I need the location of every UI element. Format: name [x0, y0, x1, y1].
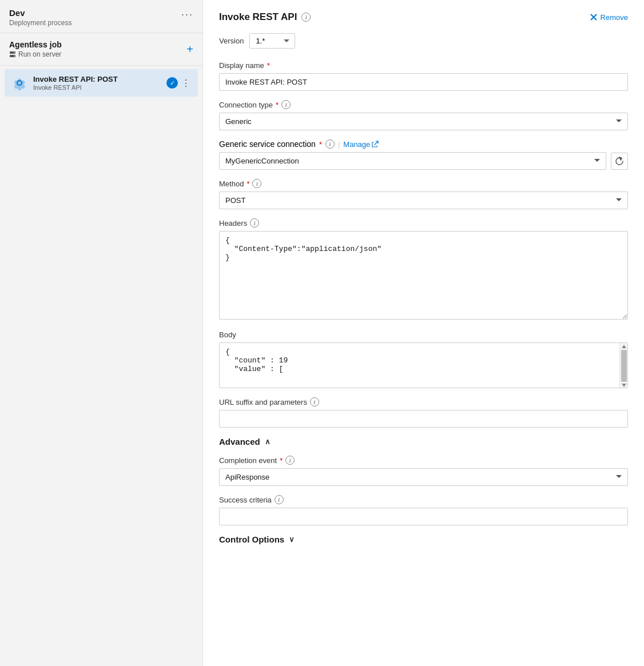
completion-event-select-wrapper: ApiResponse Callback: [219, 468, 628, 486]
method-label: Method * i: [219, 179, 628, 188]
task-name: Invoke REST API: POST: [33, 75, 161, 83]
panel-title: Invoke REST API i: [219, 11, 311, 23]
control-options-chevron-icon: ∨: [289, 535, 295, 544]
completion-event-select[interactable]: ApiResponse Callback: [219, 468, 628, 486]
remove-label: Remove: [601, 13, 628, 22]
manage-link[interactable]: Manage: [343, 140, 379, 149]
connection-type-select-wrapper: Generic Azure Resource Manager: [219, 113, 628, 130]
version-row: Version 1.* 0.*: [219, 33, 628, 49]
body-scrollbar: [619, 343, 627, 388]
title-info-icon[interactable]: i: [301, 13, 311, 22]
url-suffix-section: URL suffix and parameters i: [219, 397, 628, 428]
url-suffix-label: URL suffix and parameters i: [219, 397, 628, 406]
display-name-section: Display name *: [219, 61, 628, 91]
right-panel: Invoke REST API i Remove Version 1.* 0.*…: [203, 0, 644, 666]
body-wrapper: { "count" : 19 "value" : [: [219, 342, 628, 388]
task-actions: ✓ ⋮: [166, 77, 191, 89]
completion-event-required: *: [280, 456, 283, 465]
server-icon: [9, 51, 16, 58]
url-suffix-input[interactable]: [219, 410, 628, 428]
display-name-required: *: [267, 61, 270, 70]
refresh-button[interactable]: [611, 153, 628, 170]
method-select[interactable]: POST GET PUT DELETE PATCH: [219, 192, 628, 209]
control-options-label: Control Options: [219, 535, 284, 544]
version-select[interactable]: 1.* 0.*: [249, 33, 295, 49]
left-header: Dev Deployment process ···: [0, 0, 202, 33]
success-criteria-label: Success criteria i: [219, 495, 628, 504]
task-item[interactable]: Invoke REST API: POST Invoke REST API ✓ …: [5, 69, 198, 97]
success-criteria-info-icon[interactable]: i: [275, 495, 284, 504]
advanced-header[interactable]: Advanced ∧: [219, 437, 628, 446]
connection-type-required: *: [276, 101, 279, 109]
generic-service-select-wrapper: MyGenericConnection: [219, 152, 606, 170]
task-sub: Invoke REST API: [33, 84, 161, 91]
advanced-label: Advanced: [219, 437, 260, 446]
scroll-up-icon: [621, 344, 627, 349]
svg-marker-6: [619, 157, 622, 160]
completion-event-info-icon[interactable]: i: [285, 456, 295, 465]
headers-textarea[interactable]: { "Content-Type":"application/json" }: [219, 231, 628, 320]
method-info-icon[interactable]: i: [252, 179, 261, 188]
generic-service-select[interactable]: MyGenericConnection: [219, 152, 606, 170]
version-select-wrapper: 1.* 0.*: [249, 33, 295, 49]
svg-point-3: [14, 55, 15, 57]
url-suffix-info-icon[interactable]: i: [310, 397, 319, 406]
method-section: Method * i POST GET PUT DELETE PATCH: [219, 179, 628, 209]
agentless-job-subtitle: Run on server: [9, 50, 62, 58]
task-check-icon: ✓: [166, 77, 178, 89]
pipe-separator: |: [338, 140, 340, 149]
headers-section: Headers i { "Content-Type":"application/…: [219, 218, 628, 321]
version-label: Version: [219, 37, 244, 45]
generic-service-required: *: [319, 140, 322, 149]
agentless-job-title: Agentless job: [9, 40, 62, 49]
connection-type-label: Connection type * i: [219, 100, 628, 109]
advanced-chevron-icon: ∧: [265, 437, 271, 446]
agentless-job-info: Agentless job Run on server: [9, 40, 62, 58]
completion-event-section: Completion event * i ApiResponse Callbac…: [219, 456, 628, 486]
left-header-info: Dev Deployment process: [9, 8, 71, 27]
deployment-process-subtitle: Deployment process: [9, 19, 71, 27]
generic-service-connection-label-row: Generic service connection * i | Manage: [219, 139, 628, 149]
generic-service-select-row: MyGenericConnection: [219, 152, 628, 170]
svg-point-2: [14, 52, 15, 53]
headers-info-icon[interactable]: i: [250, 218, 259, 228]
method-required: *: [247, 180, 249, 188]
header-three-dots[interactable]: ···: [181, 9, 193, 19]
headers-label: Headers i: [219, 218, 628, 228]
success-criteria-input[interactable]: [219, 508, 628, 525]
connection-type-section: Connection type * i Generic Azure Resour…: [219, 100, 628, 130]
method-select-wrapper: POST GET PUT DELETE PATCH: [219, 192, 628, 209]
scroll-thumb: [621, 350, 627, 382]
connection-type-info-icon[interactable]: i: [281, 100, 291, 109]
success-criteria-section: Success criteria i: [219, 495, 628, 525]
x-icon: [590, 13, 598, 21]
body-label: Body: [219, 330, 628, 339]
generic-service-connection-section: Generic service connection * i | Manage …: [219, 139, 628, 170]
refresh-icon: [615, 157, 624, 166]
panel-title-text: Invoke REST API: [219, 11, 297, 23]
external-link-icon: [372, 141, 379, 147]
task-three-dots[interactable]: ⋮: [181, 78, 191, 89]
gear-icon: [11, 75, 27, 91]
completion-event-label: Completion event * i: [219, 456, 628, 465]
generic-service-info-icon[interactable]: i: [325, 139, 335, 149]
add-task-button[interactable]: +: [186, 43, 193, 55]
remove-button[interactable]: Remove: [590, 13, 628, 22]
control-options-header[interactable]: Control Options ∨: [219, 535, 628, 544]
body-section: Body { "count" : 19 "value" : [: [219, 330, 628, 388]
display-name-input[interactable]: [219, 73, 628, 91]
scroll-down-icon: [621, 383, 627, 388]
right-panel-header: Invoke REST API i Remove: [219, 11, 628, 23]
task-info: Invoke REST API: POST Invoke REST API: [33, 75, 161, 91]
left-panel: Dev Deployment process ··· Agentless job…: [0, 0, 203, 666]
body-textarea[interactable]: { "count" : 19 "value" : [: [220, 343, 627, 386]
dev-title: Dev: [9, 8, 71, 18]
connection-type-select[interactable]: Generic Azure Resource Manager: [219, 113, 628, 130]
agentless-job-section: Agentless job Run on server +: [0, 33, 202, 66]
display-name-label: Display name *: [219, 61, 628, 70]
